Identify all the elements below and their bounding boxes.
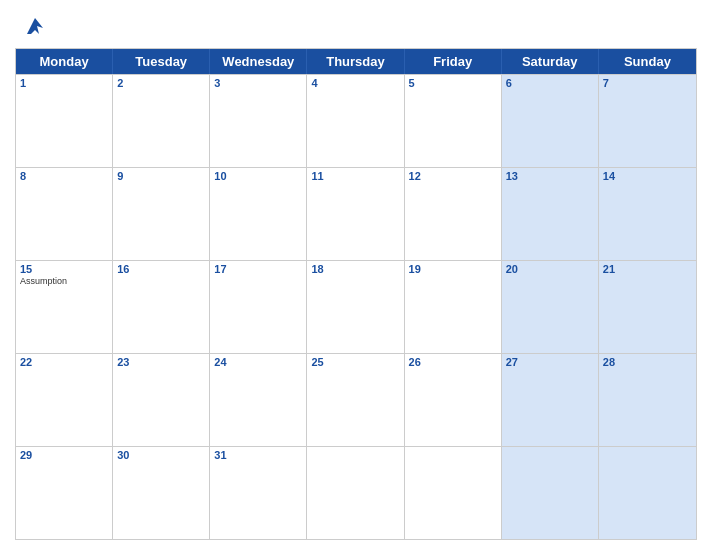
- header-cell-saturday: Saturday: [502, 49, 599, 74]
- calendar-cell: 22: [16, 354, 113, 446]
- day-number: 7: [603, 77, 692, 89]
- calendar-cell: 13: [502, 168, 599, 260]
- header-cell-friday: Friday: [405, 49, 502, 74]
- day-number: 31: [214, 449, 302, 461]
- day-number: 19: [409, 263, 497, 275]
- day-number: 30: [117, 449, 205, 461]
- calendar-cell: 1: [16, 75, 113, 167]
- calendar-cell: 21: [599, 261, 696, 353]
- header-cell-tuesday: Tuesday: [113, 49, 210, 74]
- calendar-cell: 25: [307, 354, 404, 446]
- day-number: 4: [311, 77, 399, 89]
- day-number: 12: [409, 170, 497, 182]
- calendar-cell: 2: [113, 75, 210, 167]
- day-number: 23: [117, 356, 205, 368]
- calendar-cell: 3: [210, 75, 307, 167]
- calendar-cell: [307, 447, 404, 539]
- day-number: 29: [20, 449, 108, 461]
- calendar-row: 15Assumption161718192021: [16, 260, 696, 353]
- calendar-cell: 28: [599, 354, 696, 446]
- calendar-cell: 16: [113, 261, 210, 353]
- day-number: 14: [603, 170, 692, 182]
- calendar-cell: 9: [113, 168, 210, 260]
- header-cell-monday: Monday: [16, 49, 113, 74]
- day-number: 5: [409, 77, 497, 89]
- day-number: 13: [506, 170, 594, 182]
- header-cell-wednesday: Wednesday: [210, 49, 307, 74]
- calendar-cell: 7: [599, 75, 696, 167]
- calendar-cell: 6: [502, 75, 599, 167]
- page-header: [15, 10, 697, 42]
- calendar-cell: 8: [16, 168, 113, 260]
- calendar-cell: 24: [210, 354, 307, 446]
- calendar-cell: 20: [502, 261, 599, 353]
- calendar-cell: 17: [210, 261, 307, 353]
- calendar-cell: 12: [405, 168, 502, 260]
- logo: [19, 10, 55, 42]
- day-number: 25: [311, 356, 399, 368]
- calendar-row: 1234567: [16, 74, 696, 167]
- day-number: 22: [20, 356, 108, 368]
- day-number: 21: [603, 263, 692, 275]
- calendar-row: 891011121314: [16, 167, 696, 260]
- calendar-cell: 26: [405, 354, 502, 446]
- calendar-row: 22232425262728: [16, 353, 696, 446]
- day-number: 9: [117, 170, 205, 182]
- logo-icon: [19, 10, 51, 42]
- day-number: 16: [117, 263, 205, 275]
- calendar-header: MondayTuesdayWednesdayThursdayFridaySatu…: [16, 49, 696, 74]
- calendar-cell: 23: [113, 354, 210, 446]
- day-number: 28: [603, 356, 692, 368]
- calendar-cell: [405, 447, 502, 539]
- calendar-cell: [502, 447, 599, 539]
- calendar-cell: 31: [210, 447, 307, 539]
- calendar-cell: 29: [16, 447, 113, 539]
- calendar-cell: 30: [113, 447, 210, 539]
- calendar-cell: 15Assumption: [16, 261, 113, 353]
- calendar-cell: 14: [599, 168, 696, 260]
- day-number: 3: [214, 77, 302, 89]
- calendar-cell: 4: [307, 75, 404, 167]
- day-number: 10: [214, 170, 302, 182]
- day-number: 20: [506, 263, 594, 275]
- calendar-body: 123456789101112131415Assumption161718192…: [16, 74, 696, 539]
- calendar-cell: 10: [210, 168, 307, 260]
- calendar-cell: [599, 447, 696, 539]
- day-number: 24: [214, 356, 302, 368]
- page: MondayTuesdayWednesdayThursdayFridaySatu…: [0, 0, 712, 550]
- calendar: MondayTuesdayWednesdayThursdayFridaySatu…: [15, 48, 697, 540]
- day-number: 8: [20, 170, 108, 182]
- event-label: Assumption: [20, 276, 108, 286]
- day-number: 1: [20, 77, 108, 89]
- calendar-row: 293031: [16, 446, 696, 539]
- day-number: 15: [20, 263, 108, 275]
- header-cell-sunday: Sunday: [599, 49, 696, 74]
- day-number: 17: [214, 263, 302, 275]
- calendar-cell: 18: [307, 261, 404, 353]
- calendar-cell: 27: [502, 354, 599, 446]
- header-cell-thursday: Thursday: [307, 49, 404, 74]
- day-number: 18: [311, 263, 399, 275]
- calendar-cell: 11: [307, 168, 404, 260]
- calendar-cell: 5: [405, 75, 502, 167]
- day-number: 6: [506, 77, 594, 89]
- day-number: 27: [506, 356, 594, 368]
- day-number: 26: [409, 356, 497, 368]
- calendar-cell: 19: [405, 261, 502, 353]
- day-number: 2: [117, 77, 205, 89]
- day-number: 11: [311, 170, 399, 182]
